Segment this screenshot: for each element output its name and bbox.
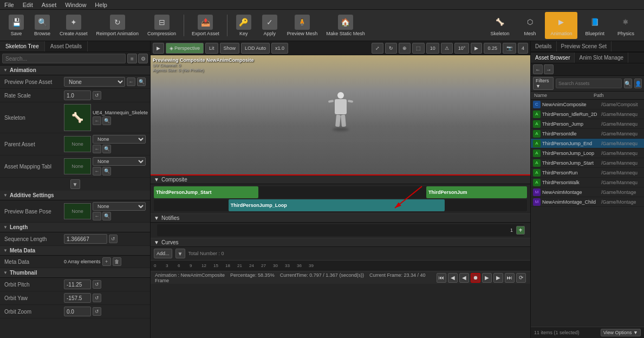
scale-btn[interactable]: x1.0	[271, 43, 288, 54]
list-item[interactable]: M NewAnimMontage_Child /Game/Montage	[531, 197, 644, 207]
blueprint-mode-button[interactable]: 📘 Blueprint	[580, 12, 610, 39]
vp-move-icon[interactable]: ⤢	[372, 43, 383, 54]
sequence-length-input[interactable]	[64, 234, 107, 244]
view-options-btn[interactable]: View Options ▼	[601, 329, 641, 336]
vp-rotate-icon[interactable]: ↻	[385, 43, 397, 54]
asset-mapping-search-btn[interactable]: 🔍	[102, 167, 111, 176]
vp-angle-icon[interactable]: ⚠	[441, 43, 453, 54]
skip-start-btn[interactable]: ⏮	[437, 273, 446, 283]
parent-asset-browse-btn[interactable]: ←	[93, 145, 101, 153]
meta-data-delete-btn[interactable]: 🗑	[113, 257, 121, 266]
step-fwd-btn[interactable]: ▶	[493, 273, 503, 283]
orbit-yaw-reset-btn[interactable]: ↺	[93, 294, 101, 302]
list-item[interactable]: A ThirdPersonIdle /Game/Mannequ	[531, 129, 644, 139]
skeleton-mode-button[interactable]: 🦴 Skeleton	[485, 12, 515, 39]
compression-button[interactable]: ⊟ Compression	[144, 12, 179, 39]
expand-more-btn[interactable]: ▼	[70, 179, 80, 189]
segment-jump-loop[interactable]: ThirdPersonJump_Loop	[229, 199, 445, 211]
sequence-length-reset-btn[interactable]: ↺	[109, 235, 118, 243]
skeleton-browse-btn[interactable]: ←	[93, 116, 101, 125]
additive-settings-section-header[interactable]: ▼ Additive Settings	[0, 191, 150, 200]
nav-fwd-btn[interactable]: →	[544, 64, 554, 74]
list-item[interactable]: A ThirdPersonJump_Loop /Game/Mannequ	[531, 148, 644, 158]
search-input[interactable]	[2, 54, 126, 63]
length-section-header[interactable]: ▼ Length	[0, 223, 150, 232]
preview-base-pose-search-btn[interactable]: 🔍	[102, 212, 111, 220]
key-button[interactable]: 🔑 Key	[232, 12, 256, 39]
list-item[interactable]: C NewAnimComposite /Game/Composit	[531, 100, 644, 109]
tab-skeleton-tree[interactable]: Skeleton Tree	[0, 41, 45, 51]
loop-btn[interactable]: ⟳	[516, 273, 526, 283]
menu-help[interactable]: Help	[95, 2, 107, 8]
vp-scale-icon[interactable]: ⊕	[399, 43, 411, 54]
list-item[interactable]: A ThirdPersonJump_End /Game/Mannequ	[531, 139, 644, 148]
tab-asset-browser[interactable]: Asset Browser	[531, 53, 575, 63]
thumbnail-section-header[interactable]: ▼ Thumbnail	[0, 268, 150, 278]
tab-asset-details[interactable]: Asset Details	[45, 41, 88, 51]
list-item[interactable]: A ThirdPersonRun /Game/Mannequ	[531, 168, 644, 178]
list-item[interactable]: M NewAnimMontage /Game/Montage	[531, 187, 644, 197]
vp-camera-icon[interactable]: 📷	[503, 43, 516, 54]
orbit-zoom-reset-btn[interactable]: ↺	[93, 307, 101, 316]
orbit-zoom-input[interactable]	[64, 307, 91, 316]
asset-mapping-dropdown[interactable]: None	[93, 157, 146, 166]
animation-section-header[interactable]: ▼ Animation	[0, 66, 150, 75]
preview-base-pose-dropdown[interactable]: None	[93, 202, 146, 211]
list-item[interactable]: A ThirdPerson_Jump /Game/Mannequ	[531, 119, 644, 129]
viewport-canvas[interactable]: Previewing Composite NewAnimComposite UV…	[151, 55, 530, 174]
save-button[interactable]: 💾 Save	[4, 12, 28, 39]
preview-pose-dropdown[interactable]: None	[64, 77, 125, 87]
asset-search-icon[interactable]: 🔍	[624, 79, 632, 88]
apply-button[interactable]: ✓ Apply	[258, 12, 282, 39]
meta-data-section-header[interactable]: ▼ Meta Data	[0, 246, 150, 256]
parent-asset-search-btn[interactable]: 🔍	[102, 145, 111, 153]
step-back2-btn[interactable]: ◀	[459, 273, 469, 283]
vp-speed-icon[interactable]: ▶	[471, 43, 482, 54]
browse-button[interactable]: 🔍 Browse	[30, 12, 54, 39]
menu-edit[interactable]: Edit	[23, 2, 33, 8]
menu-asset[interactable]: Asset	[42, 2, 57, 8]
asset-mapping-browse-btn[interactable]: ←	[93, 167, 101, 176]
vp-num4[interactable]: 4	[518, 43, 528, 54]
meta-data-add-btn[interactable]: +	[102, 257, 111, 266]
menu-window[interactable]: Window	[65, 2, 86, 8]
perspective-btn[interactable]: ◈ Perspective	[166, 43, 204, 54]
tab-anim-slot[interactable]: Anim Slot Manage	[575, 53, 628, 63]
add-curve-btn[interactable]: Add...	[154, 249, 172, 258]
lod-btn[interactable]: LOD Auto	[241, 43, 270, 54]
vp-grid-num[interactable]: 10	[426, 43, 439, 54]
animation-mode-button[interactable]: ▶ Animation	[545, 12, 577, 39]
list-item[interactable]: A ThirdPerson_IdleRun_2D /Game/Mannequ	[531, 109, 644, 119]
make-static-button[interactable]: 🏠 Make Static Mesh	[323, 12, 368, 39]
list-item[interactable]: A ThirdPersonWalk /Game/Mannequ	[531, 178, 644, 187]
reimport-button[interactable]: ↻ Reimport Animation	[93, 12, 142, 39]
orbit-pitch-reset-btn[interactable]: ↺	[93, 280, 101, 289]
step-back-btn[interactable]: ◀	[448, 273, 458, 283]
segment-jump-end[interactable]: ThirdPersonJum	[426, 186, 527, 198]
preview-pose-arrow-btn[interactable]: ←	[127, 77, 135, 86]
rate-scale-reset-btn[interactable]: ↺	[93, 91, 101, 100]
segment-jump-start[interactable]: ThirdPersonJump_Start	[154, 186, 258, 198]
skeleton-search-btn[interactable]: 🔍	[102, 116, 111, 125]
lit-btn[interactable]: Lit	[205, 43, 218, 54]
play-btn[interactable]: ▶	[482, 273, 492, 283]
parent-asset-dropdown[interactable]: None	[93, 135, 146, 144]
preview-base-pose-browse-btn[interactable]: ←	[93, 212, 101, 220]
create-asset-button[interactable]: ✦ Create Asset	[56, 12, 91, 39]
nav-back-btn[interactable]: ←	[533, 64, 543, 74]
tab-details[interactable]: Details	[531, 41, 557, 51]
record-btn[interactable]: ⏺	[471, 273, 480, 283]
export-button[interactable]: 📤 Export Asset	[188, 12, 223, 39]
list-view-icon[interactable]: ≡	[127, 54, 137, 63]
mesh-mode-button[interactable]: ⬡ Mesh	[517, 12, 543, 39]
show-btn[interactable]: Show	[220, 43, 240, 54]
rate-scale-input[interactable]	[64, 90, 91, 100]
asset-user-icon[interactable]: 👤	[634, 79, 642, 88]
viewport-nav-btn[interactable]: ▶	[153, 43, 164, 54]
add-curve-dropdown-btn[interactable]: ▼	[175, 249, 185, 258]
orbit-yaw-input[interactable]	[64, 293, 91, 303]
settings-icon[interactable]: ⚙	[138, 54, 148, 63]
asset-search-input[interactable]	[556, 79, 622, 88]
list-item[interactable]: A ThirdPersonJump_Start /Game/Mannequ	[531, 158, 644, 168]
physics-mode-button[interactable]: ⚛ Physics	[612, 12, 640, 39]
